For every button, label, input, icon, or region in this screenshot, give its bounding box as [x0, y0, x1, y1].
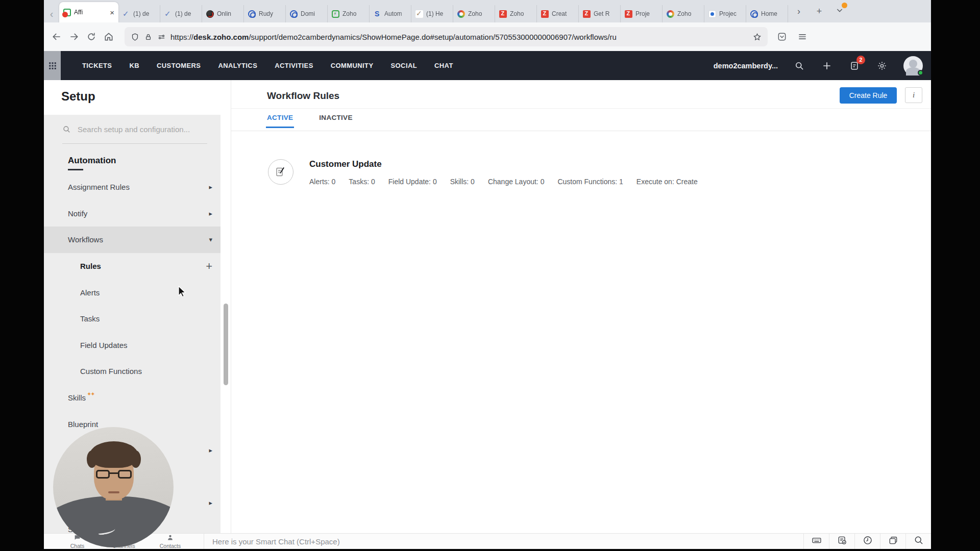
folders-button[interactable] — [880, 534, 905, 549]
sidebar-item-workflows[interactable]: Workflows▾ — [44, 227, 220, 253]
sidebar-item-assignment-rules[interactable]: Assignment Rules▸ — [44, 174, 220, 201]
tab-label: Get R — [594, 10, 616, 17]
browser-tab[interactable]: Onlin — [202, 5, 244, 22]
letterbox-left — [0, 0, 44, 551]
browser-tab[interactable]: Projec — [704, 5, 746, 22]
browser-tab[interactable]: (1) de — [118, 5, 160, 22]
address-bar[interactable]: https://desk.zoho.com/support/demo2cambe… — [125, 27, 768, 46]
toolbar-right-icons — [777, 32, 807, 42]
affinity-favicon-icon — [63, 9, 71, 16]
new-tab-button[interactable]: + — [813, 6, 826, 17]
user-avatar[interactable] — [903, 56, 923, 76]
browser-tab[interactable]: Creat — [537, 5, 579, 22]
app-grid-button[interactable] — [44, 51, 61, 80]
nav-item-chat[interactable]: CHAT — [434, 62, 453, 69]
browser-tab[interactable]: Domi — [286, 5, 328, 22]
tab-label: Onlin — [217, 10, 239, 17]
account-name[interactable]: demo2camberdy... — [714, 62, 778, 70]
nav-item-customers[interactable]: CUSTOMERS — [157, 62, 201, 69]
browser-tab[interactable]: (1) de — [160, 5, 202, 22]
sidebar-item-tasks[interactable]: Tasks — [44, 306, 220, 332]
browser-tab[interactable]: Zoho — [495, 5, 537, 22]
workflow-rule-row[interactable]: Customer Update Alerts: 0Tasks: 0Field U… — [268, 159, 698, 186]
notifications-button[interactable]: 2 — [848, 60, 861, 72]
mouse-cursor — [178, 286, 188, 299]
sidebar-item-alerts[interactable]: Alerts — [44, 279, 220, 306]
rings-favicon-icon — [750, 10, 758, 18]
tab-active[interactable]: ACTIVE — [267, 114, 293, 128]
recording-indicator-dot — [842, 3, 847, 8]
chat-bar-contacts-button[interactable]: Contacts — [153, 534, 188, 549]
zoom-search-button[interactable] — [905, 534, 931, 549]
permissions-sliders-icon[interactable] — [157, 33, 166, 41]
pocket-save-icon[interactable] — [777, 32, 787, 42]
menu-hamburger-icon[interactable] — [797, 32, 807, 42]
tab-close-button[interactable]: × — [110, 8, 114, 17]
sidebar-item-notify[interactable]: Notify▸ — [44, 201, 220, 227]
browser-tab[interactable]: Zoho — [663, 5, 704, 22]
browser-tab[interactable]: Rudy — [244, 5, 286, 22]
tab-overflow-button[interactable] — [833, 6, 846, 17]
browser-tab[interactable]: Zoho — [453, 5, 495, 22]
caret-right-icon: ▸ — [209, 183, 212, 191]
tab-label: (1) de — [175, 10, 198, 17]
sidebar-item-label: Custom Functions — [80, 367, 142, 375]
contact-icon — [166, 534, 174, 543]
folders-icon — [888, 535, 898, 547]
notification-badge: 2 — [856, 56, 865, 64]
bookmark-star-icon[interactable] — [753, 33, 762, 41]
browser-tab[interactable]: Home — [746, 5, 788, 22]
nav-item-community[interactable]: COMMUNITY — [331, 62, 374, 69]
rule-icon-circle — [268, 159, 293, 185]
keyboard-button[interactable] — [803, 534, 829, 549]
tab-controls: › + — [792, 0, 846, 22]
rule-stat: Tasks: 0 — [349, 178, 375, 186]
sidebar-scrollbar[interactable] — [224, 304, 228, 385]
sidebar-item-field-updates[interactable]: Field Updates — [44, 332, 220, 359]
setup-search-input[interactable] — [78, 125, 203, 134]
tab-label: Home — [761, 10, 783, 17]
smart-chat-field[interactable] — [204, 534, 803, 549]
browser-tab[interactable]: Proje — [621, 5, 663, 22]
sidebar-item-rules[interactable]: Rules+ — [44, 253, 220, 280]
search-icon — [62, 125, 71, 134]
plus-icon — [822, 61, 832, 71]
tab-scroll-right-button[interactable]: › — [792, 6, 805, 17]
nav-item-social[interactable]: SOCIAL — [391, 62, 418, 69]
add-rule-button[interactable]: + — [206, 260, 212, 273]
clock-button[interactable] — [854, 534, 880, 549]
sidebar-item-skills[interactable]: Skills✦✦ — [44, 385, 220, 411]
browser-tab[interactable]: Zoho — [328, 5, 370, 22]
browser-tab[interactable]: Autom — [370, 5, 411, 22]
search-button[interactable] — [793, 60, 805, 72]
info-button[interactable]: i — [905, 87, 922, 103]
back-button[interactable] — [48, 28, 65, 45]
home-button[interactable] — [100, 28, 117, 45]
quick-add-button[interactable] — [821, 60, 833, 72]
tab-label: Zoho — [677, 10, 700, 17]
caret-right-icon: ▸ — [209, 499, 212, 507]
nav-item-activities[interactable]: ACTIVITIES — [275, 62, 313, 69]
rule-stats: Alerts: 0Tasks: 0Field Update: 0Skills: … — [309, 178, 698, 186]
smart-chat-input[interactable] — [212, 537, 774, 546]
browser-tab[interactable]: Get R — [579, 5, 621, 22]
rule-name[interactable]: Customer Update — [309, 159, 698, 169]
caret-down-icon: ▾ — [209, 236, 212, 243]
tab-scroll-left-button[interactable]: ‹ — [44, 5, 59, 22]
avatar-silhouette — [909, 60, 917, 68]
browser-tab[interactable]: Affi× — [59, 2, 118, 22]
nav-item-kb[interactable]: KB — [129, 62, 139, 69]
settings-button[interactable] — [876, 60, 888, 72]
tab-label: Projec — [719, 10, 742, 17]
nav-item-tickets[interactable]: TICKETS — [82, 62, 112, 69]
create-rule-button[interactable]: Create Rule — [840, 87, 897, 104]
nav-item-analytics[interactable]: ANALYTICS — [218, 62, 257, 69]
setup-search[interactable] — [62, 125, 203, 134]
reload-button[interactable] — [83, 28, 100, 45]
tab-inactive[interactable]: INACTIVE — [319, 114, 352, 128]
forward-button[interactable] — [65, 28, 83, 45]
sidebar-item-custom-functions[interactable]: Custom Functions — [44, 358, 220, 385]
chat-bar-item-label: Chats — [70, 543, 84, 549]
browser-tab[interactable]: (1) He — [411, 5, 453, 22]
tasklist-button[interactable] — [829, 534, 854, 549]
